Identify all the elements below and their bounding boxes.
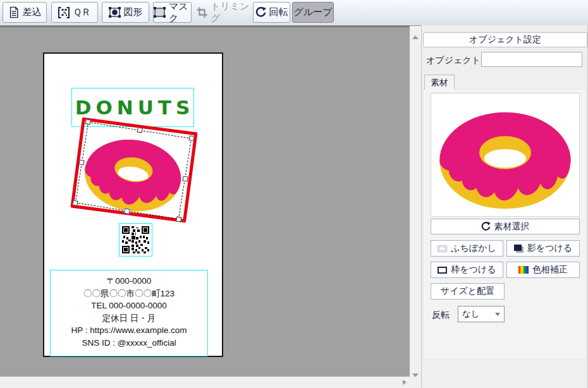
selection-handle-middle-right[interactable] — [182, 176, 188, 181]
scroll-right-icon[interactable] — [403, 380, 407, 385]
panel-title: オブジェクト設定 — [423, 32, 587, 47]
qr-button[interactable]: ＱＲ — [51, 2, 98, 23]
hue-correction-label: 色相補正 — [532, 264, 568, 276]
selection-handle-top-center[interactable] — [137, 127, 143, 133]
shape-icon — [109, 7, 121, 18]
blur-square-icon — [438, 245, 447, 252]
address-line: TEL 000-0000-0000 — [51, 300, 207, 312]
crop-button: トリミング — [196, 2, 250, 23]
qr-code-image — [122, 226, 149, 253]
group-button-label: グループ — [293, 6, 332, 18]
material-tab-content: 素材選択 ふちぼかし 影をつける 枠をつける 色相補正 サイズと配置 — [423, 89, 586, 359]
selection-handle-bottom-right[interactable] — [176, 217, 181, 222]
selection-handle-bottom-center[interactable] — [124, 209, 130, 214]
selection-handle-top-left[interactable] — [85, 119, 91, 124]
add-shadow-label: 影をつける — [527, 243, 572, 254]
address-line: 〒000-0000 — [51, 275, 207, 288]
qr-code-object[interactable] — [119, 223, 152, 257]
crop-button-label: トリミング — [211, 1, 250, 25]
qr-button-label: ＱＲ — [73, 6, 91, 18]
shape-button-label: 図形 — [124, 6, 143, 18]
design-canvas[interactable]: DONUTS — [0, 26, 410, 377]
material-preview — [431, 93, 580, 217]
selection-handle-middle-left[interactable] — [78, 159, 84, 165]
title-text: DONUTS — [75, 96, 195, 119]
frame-square-icon — [438, 267, 447, 274]
address-line: SNS ID : @xxxxx_official — [51, 337, 207, 349]
size-position-button[interactable]: サイズと配置 — [431, 283, 505, 300]
flip-dropdown[interactable]: なし — [458, 306, 505, 322]
object-settings-panel: オブジェクト設定 オブジェクト名 素材 — [421, 25, 588, 388]
toolbar: 差込 ＱＲ — [0, 0, 588, 26]
shape-button[interactable]: 図形 — [102, 2, 149, 23]
mask-icon — [154, 7, 166, 18]
size-position-label: サイズと配置 — [441, 286, 494, 297]
card-artboard[interactable]: DONUTS — [43, 52, 223, 357]
rotate-button[interactable]: 回転 — [253, 2, 290, 23]
qr-icon — [58, 7, 70, 18]
object-name-input[interactable] — [481, 52, 582, 67]
hue-correction-button[interactable]: 色相補正 — [506, 262, 580, 278]
material-select-label: 素材選択 — [494, 221, 530, 233]
flip-label: 反転 — [432, 310, 450, 321]
shadow-square-icon — [514, 245, 522, 251]
material-select-button[interactable]: 素材選択 — [431, 219, 580, 234]
mask-button[interactable]: マスク — [153, 2, 192, 23]
merge-document-icon — [8, 6, 20, 18]
address-textbox[interactable]: 〒000-0000 〇〇県〇〇市〇〇町123 TEL 000-0000-0000… — [50, 270, 208, 356]
object-name-label: オブジェクト名 — [426, 55, 489, 66]
rotate-button-label: 回転 — [269, 6, 288, 18]
flip-dropdown-value: なし — [462, 308, 480, 320]
vertical-scrollbar[interactable] — [410, 26, 421, 388]
horizontal-scrollbar[interactable] — [0, 377, 410, 388]
group-button[interactable]: グループ — [292, 2, 334, 23]
address-line: HP : https://www.example.com — [51, 324, 207, 337]
add-frame-label: 枠をつける — [451, 264, 496, 276]
mask-button-label: マスク — [169, 1, 191, 25]
selection-frame-dashed[interactable] — [75, 122, 192, 219]
address-line: 定休日 日・月 — [51, 312, 207, 325]
address-line: 〇〇県〇〇市〇〇町123 — [51, 288, 207, 300]
chevron-down-icon — [495, 313, 500, 316]
selection-handle-top-right[interactable] — [189, 135, 195, 141]
refresh-icon — [481, 222, 491, 231]
selection-handle-bottom-left[interactable] — [72, 200, 78, 206]
tab-material[interactable]: 素材 — [424, 75, 455, 90]
app-window: 差込 ＱＲ — [0, 0, 588, 388]
donut-preview-image — [433, 95, 577, 214]
scroll-down-icon[interactable] — [412, 373, 419, 377]
tab-material-label: 素材 — [431, 77, 448, 88]
edge-blur-button[interactable]: ふちぼかし — [431, 240, 503, 257]
add-frame-button[interactable]: 枠をつける — [431, 262, 503, 278]
rotate-icon — [255, 7, 266, 18]
merge-button[interactable]: 差込 — [3, 2, 47, 23]
add-shadow-button[interactable]: 影をつける — [506, 240, 580, 257]
crop-icon — [197, 7, 207, 18]
scroll-up-icon[interactable] — [412, 35, 419, 39]
edge-blur-label: ふちぼかし — [451, 243, 496, 254]
rainbow-square-icon — [518, 266, 529, 274]
merge-button-label: 差込 — [23, 6, 42, 18]
